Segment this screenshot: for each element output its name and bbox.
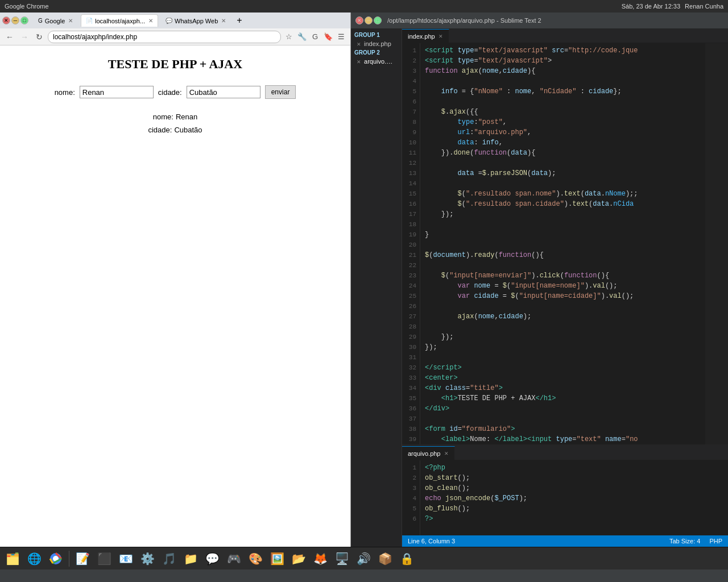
code-line: ajax(nome,cidade); [425, 311, 701, 322]
code-line: function ajax(nome,cidade){ [425, 66, 701, 76]
index-code-editor[interactable]: 12345 678910 1112131415 1617181920 21222… [402, 43, 728, 444]
taskbar-icon-extra1[interactable]: 📦 [375, 548, 395, 569]
editor-tab-index[interactable]: index.php ✕ [402, 29, 449, 43]
sublime-maximize-button[interactable]: □ [374, 16, 382, 24]
sidebar-file-close-icon[interactable]: ✕ [357, 41, 361, 47]
code-line [425, 97, 701, 107]
code-line: url:"arquivo.php", [425, 127, 701, 138]
taskbar-icon-skype[interactable]: 💬 [202, 548, 222, 569]
taskbar-icon-music[interactable]: 🎵 [159, 548, 179, 569]
sidebar-group-2: GROUP 2 [351, 48, 402, 57]
cidade-input[interactable] [187, 86, 260, 98]
code-line: $(document).ready(function(){ [425, 250, 701, 260]
editor-area: index.php ✕ 12345 678910 1112131415 1617… [402, 28, 728, 547]
editor-tab-arquivo-close[interactable]: ✕ [444, 451, 449, 456]
bookmark-button[interactable]: 🔖 [322, 31, 334, 43]
code-line [425, 178, 701, 189]
code-line [425, 219, 701, 230]
taskbar-icon-extra2[interactable]: 🔒 [396, 548, 417, 569]
taskbar-icon-firefox[interactable]: 🦊 [310, 548, 330, 569]
result-cidade-value: Cubatão [174, 123, 202, 136]
form-row: nome: cidade: enviar [11, 85, 339, 99]
sublime-minimize-button[interactable]: ─ [365, 16, 373, 24]
chrome-toolbar: ← → ↻ ☆ 🔧 G 🔖 ☰ [0, 28, 350, 45]
taskbar-icon-settings[interactable]: ⚙️ [137, 548, 158, 569]
sidebar-file-arquivo-label: arquivo.php [364, 58, 397, 65]
os-datetime: Sáb, 23 de Abr 12:33 [622, 3, 680, 10]
chrome-tab-localhost[interactable]: 📄 localhost/ajaxph... ✕ [81, 14, 158, 27]
arquivo-pane: arquivo.php ✕ 123456 <?phpob_start();ob_… [402, 444, 728, 535]
taskbar-icon-vscode[interactable]: 📝 [72, 548, 93, 569]
bookmark-star-button[interactable]: ☆ [283, 31, 295, 43]
sidebar-file-arquivo[interactable]: ✕ arquivo.php [351, 57, 402, 66]
forward-button[interactable]: → [18, 31, 31, 43]
sublime-main: GROUP 1 ✕ index.php GROUP 2 ✕ arquivo.ph… [351, 28, 728, 547]
nome-input[interactable] [80, 86, 154, 98]
code-line: echo json_encode($_POST); [425, 493, 723, 504]
sublime-body: GROUP 1 ✕ index.php GROUP 2 ✕ arquivo.ph… [351, 28, 728, 547]
code-line: var cidade = $("input[name=cidade]").val… [425, 291, 701, 301]
result-area: nome: Renan cidade: Cubatão [11, 110, 339, 137]
taskbar-icon-browser[interactable]: 🌐 [24, 548, 44, 569]
chrome-content: TESTE DE PHP + AJAX nome: cidade: enviar… [0, 45, 350, 547]
editor-tab-arquivo[interactable]: arquivo.php ✕ [402, 446, 455, 460]
google-account-button[interactable]: G [309, 31, 321, 43]
chrome-close-button[interactable]: ✕ [2, 16, 10, 24]
result-nome-label: nome: [153, 110, 173, 123]
taskbar-icon-filezilla[interactable]: 📂 [288, 548, 309, 569]
chrome-tab-google-close[interactable]: ✕ [68, 18, 73, 24]
code-line: <script type="text/javascript"> [425, 56, 701, 66]
chrome-tab-whatsapp[interactable]: 💬 WhatsApp Web ✕ [160, 14, 231, 27]
code-line: <label>Nome: </label><input type="text" … [425, 434, 701, 444]
editor-tab-index-label: index.php [408, 33, 435, 40]
code-line: <form id="formulario"> [425, 424, 701, 434]
sublime-close-button[interactable]: ✕ [355, 16, 363, 24]
result-cidade-label: cidade: [148, 123, 172, 136]
os-username: Renan Cunha [685, 3, 723, 10]
statusbar-lang: PHP [709, 538, 722, 544]
code-line [425, 260, 701, 271]
sidebar-arquivo-close-icon[interactable]: ✕ [357, 59, 361, 65]
sublime-titlebar: ✕ ─ □ /opt/lampp/htdocs/ajaxphp/arquivo.… [351, 13, 728, 28]
result-nome-row: nome: Renan [11, 110, 339, 123]
code-line: }); [425, 342, 701, 352]
chrome-window: ✕ ─ □ G Google ✕ 📄 localhost/ajaxph... ✕… [0, 13, 351, 547]
taskbar-icon-terminal[interactable]: ⬛ [94, 548, 114, 569]
nome-label: nome: [55, 88, 75, 97]
arquivo-code-editor[interactable]: 123456 <?phpob_start();ob_clean();echo j… [402, 460, 728, 535]
reload-button[interactable]: ↻ [33, 31, 46, 43]
enviar-button[interactable]: enviar [265, 85, 296, 99]
taskbar-icon-photos[interactable]: 🖼️ [267, 548, 287, 569]
taskbar-icon-folder[interactable]: 📁 [180, 548, 201, 569]
os-topbar-right: Sáb, 23 de Abr 12:33 Renan Cunha [622, 3, 723, 10]
localhost-favicon-icon: 📄 [86, 18, 93, 24]
chrome-menu-button[interactable]: ☰ [336, 31, 347, 43]
taskbar-icon-mail[interactable]: 📧 [115, 548, 136, 569]
code-line: <?php [425, 463, 723, 473]
code-line: var nome = $("input[name=nome]").val(); [425, 281, 701, 291]
taskbar-icon-chrome[interactable] [46, 548, 66, 569]
code-line: <div class="title"> [425, 383, 701, 393]
taskbar-icon-speaker[interactable]: 🔊 [353, 548, 374, 569]
new-tab-button[interactable]: + [233, 15, 245, 26]
taskbar-icon-game[interactable]: 🎮 [224, 548, 244, 569]
code-line: </script> [425, 363, 701, 373]
chrome-maximize-button[interactable]: □ [20, 16, 28, 24]
chrome-tab-whatsapp-close[interactable]: ✕ [221, 18, 226, 24]
chrome-minimize-button[interactable]: ─ [11, 16, 19, 24]
extension-button[interactable]: 🔧 [296, 31, 308, 43]
taskbar-icon-monitor[interactable]: 🖥️ [332, 548, 352, 569]
result-cidade-row: cidade: Cubatão [11, 123, 339, 136]
chrome-tab-google[interactable]: G Google ✕ [33, 14, 78, 27]
address-bar[interactable] [48, 31, 281, 43]
editor-tab-index-close[interactable]: ✕ [439, 34, 443, 39]
desktop: Google Chrome Sáb, 23 de Abr 12:33 Renan… [0, 0, 728, 569]
statusbar-position: Line 6, Column 3 [408, 538, 455, 544]
line-numbers-arquivo: 123456 [402, 460, 420, 535]
code-line: <center> [425, 373, 701, 383]
sidebar-file-index[interactable]: ✕ index.php [351, 39, 402, 48]
taskbar-icon-files[interactable]: 🗂️ [2, 548, 23, 569]
back-button[interactable]: ← [3, 31, 16, 43]
taskbar-icon-paint[interactable]: 🎨 [245, 548, 266, 569]
chrome-tab-localhost-close[interactable]: ✕ [148, 18, 153, 24]
